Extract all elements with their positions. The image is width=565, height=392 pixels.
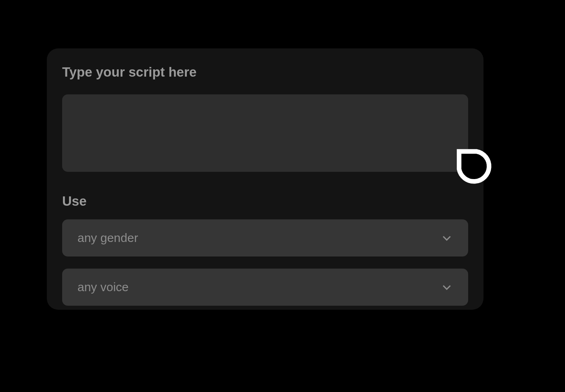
script-input[interactable] (62, 94, 468, 172)
gender-select-label: any gender (77, 231, 138, 245)
chevron-down-icon (441, 281, 453, 293)
gender-select[interactable]: any gender (62, 219, 468, 256)
voice-select-label: any voice (77, 280, 129, 294)
script-heading: Type your script here (62, 65, 468, 80)
chat-bubble-icon[interactable] (452, 144, 496, 189)
chevron-down-icon (441, 232, 453, 244)
voice-select[interactable]: any voice (62, 269, 468, 306)
use-heading: Use (62, 194, 468, 209)
script-card: Type your script here Use any gender any… (47, 48, 483, 310)
